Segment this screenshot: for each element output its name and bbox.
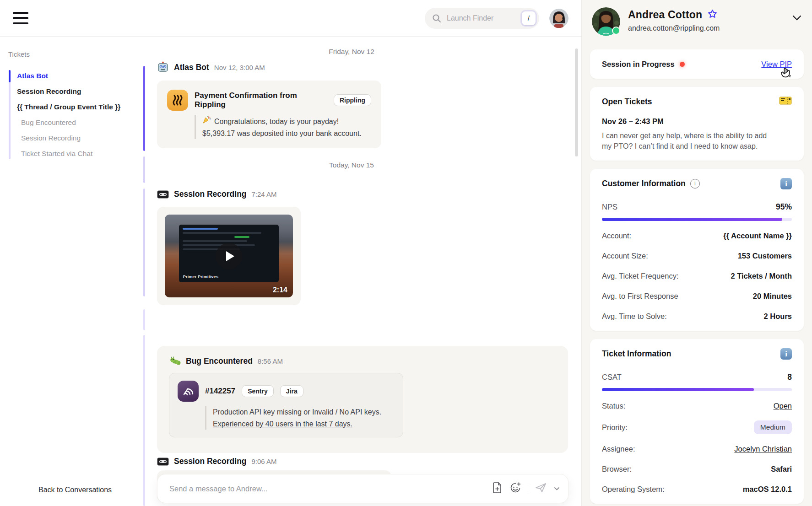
bug-card-body: Production API key missing or Invalid / …: [205, 406, 395, 430]
play-icon: [226, 251, 234, 261]
thread-rail-segment: [143, 66, 145, 151]
message-time: 8:56 AM: [258, 357, 283, 365]
payment-line-1: Congratulations, today is your payday!: [214, 116, 339, 128]
support-app: / Tickets Atlas Bot Session Recordin: [0, 0, 812, 506]
message-sender: Bug Encountered: [186, 356, 253, 366]
sidebar-item-bug-encountered[interactable]: Bug Encountered: [17, 115, 143, 130]
tickets-sidebar: Tickets Atlas Bot Session Recording {{ T…: [0, 37, 143, 506]
nps-progress-track: [602, 218, 792, 221]
ticket-row-os: Operating System: macOS 12.0.1: [602, 484, 792, 495]
party-popper-emoji-icon: [202, 115, 211, 128]
jira-badge[interactable]: Jira: [280, 385, 303, 397]
ticket-emoji-icon: [779, 96, 792, 107]
sidebar-rail: [9, 70, 11, 159]
send-message-icon[interactable]: [535, 482, 547, 495]
sidebar-item-session-recording[interactable]: Session Recording: [17, 84, 143, 99]
collapse-panel-chevron-icon[interactable]: [792, 7, 802, 23]
open-tickets-title: Open Tickets: [602, 97, 652, 107]
csat-progress-track: [602, 388, 792, 391]
thread-rail-segment: [143, 309, 145, 330]
search-icon: [432, 14, 441, 23]
rippling-badge: Rippling: [334, 94, 371, 106]
hamburger-menu-button[interactable]: [13, 12, 28, 24]
emoji-picker-icon[interactable]: [509, 482, 521, 495]
sidebar-item-atlas-bot[interactable]: Atlas Bot: [17, 68, 143, 84]
online-status-dot: [612, 27, 620, 35]
csat-progress-fill: [602, 388, 754, 391]
sentry-issue-card: #142257 Sentry Jira Production API key m…: [169, 373, 403, 437]
favorite-star-icon[interactable]: [707, 9, 718, 21]
csat-value: 8: [787, 372, 792, 382]
send-options-chevron-icon[interactable]: [554, 484, 560, 493]
chat-thread: Friday, Nov 12 Atlas Bot Nov 12, 3:00 AM: [143, 37, 581, 506]
ticket-row-browser: Browser: Safari: [602, 463, 792, 474]
play-button[interactable]: [216, 243, 242, 269]
recording-dot-icon: [680, 62, 685, 67]
nps-value: 95%: [776, 202, 792, 212]
assignee-link[interactable]: Jocelyn Christian: [734, 445, 792, 453]
vhs-emoji-icon: [157, 190, 169, 199]
info-row-first-response: Avg. to First Response 20 Minutes: [602, 291, 792, 301]
customer-avatar: [592, 7, 620, 36]
nps-label: NPS: [602, 203, 617, 211]
bug-encountered-group: Bug Encountered 8:56 AM #142257 Sentry J…: [157, 346, 568, 453]
ticket-row-assignee: Assignee: Jocelyn Christian: [602, 443, 792, 454]
message-header-bug: Bug Encountered 8:56 AM: [169, 356, 556, 366]
ticket-list: Atlas Bot Session Recording {{ Thread / …: [9, 68, 143, 161]
sidebar-item-ticket-started[interactable]: Ticket Started via Chat: [17, 146, 143, 161]
mouse-cursor-artifact: [780, 67, 792, 81]
message-time: 9:06 AM: [252, 458, 277, 465]
message-input[interactable]: [168, 484, 492, 494]
thread-rail-segment: [143, 156, 145, 183]
ticket-information-card: Ticket Information i CSAT 8 Status: Open…: [590, 339, 804, 504]
agent-avatar[interactable]: [549, 9, 568, 28]
customer-header: Andrea Cotton andrea.cotton@rippling.com: [590, 6, 804, 37]
sidebar-item-session-recording-2[interactable]: Session Recording: [17, 130, 143, 146]
sentry-logo-icon: [178, 381, 199, 402]
session-in-progress-card: Session in Progress View PIP: [590, 49, 804, 79]
nps-progress-fill: [602, 218, 782, 221]
robot-emoji-icon: [157, 61, 169, 73]
csat-label: CSAT: [602, 373, 622, 382]
priority-badge: Medium: [754, 420, 792, 434]
message-header-atlas-bot: Atlas Bot Nov 12, 3:00 AM: [157, 61, 265, 73]
date-divider: Friday, Nov 12: [143, 48, 560, 56]
sidebar-section-label: Tickets: [8, 50, 143, 58]
sidebar-item-thread-title[interactable]: {{ Thread / Group Event Title }}: [17, 99, 143, 115]
status-open-link[interactable]: Open: [774, 402, 792, 410]
bug-line-1: Production API key missing or Invalid / …: [213, 406, 395, 418]
sentry-badge[interactable]: Sentry: [242, 385, 274, 397]
session-recording-card[interactable]: Primer Primitives 2:14: [157, 207, 301, 305]
video-thumbnail: Primer Primitives 2:14: [165, 215, 293, 297]
experienced-by-link[interactable]: Experienced by 40 users in the last 7 da…: [213, 420, 352, 428]
info-row-time-to-solve: Avg. Time to Solve: 2 Hours: [602, 311, 792, 322]
customer-info-title: Customer Information: [602, 179, 686, 188]
message-header-session-recording: Session Recording 7:24 AM: [157, 189, 277, 199]
chat-scrollbar[interactable]: [575, 48, 578, 156]
customer-name: Andrea Cotton: [628, 9, 702, 21]
video-caption: Primer Primitives: [183, 275, 218, 279]
message-sender: Session Recording: [174, 189, 247, 199]
composer-divider: [528, 484, 528, 494]
message-time: Nov 12, 3:00 AM: [214, 64, 265, 71]
info-emoji-icon: i: [780, 348, 792, 360]
active-indicator: [9, 70, 11, 82]
ticket-row-status: Status: Open: [602, 400, 792, 411]
ticket-info-title: Ticket Information: [602, 349, 671, 359]
thread-rail-segment: [143, 335, 145, 506]
payment-card-title: Payment Confirmation from Rippling: [195, 91, 327, 109]
vhs-emoji-icon: [157, 457, 169, 466]
open-tickets-card: Open Tickets Nov 26 – 2:43 PM I can neve…: [590, 87, 804, 161]
ticket-row-priority: Priority: Medium: [602, 420, 792, 434]
open-ticket-timestamp: Nov 26 – 2:43 PM: [602, 117, 792, 126]
attach-file-icon[interactable]: [492, 482, 503, 495]
info-tooltip-icon[interactable]: i: [690, 179, 700, 188]
video-duration: 2:14: [273, 286, 287, 294]
search-input[interactable]: [446, 14, 517, 23]
bug-ticket-id: #142257: [205, 387, 235, 396]
launch-finder-search[interactable]: /: [425, 8, 539, 29]
payment-card-body: Congratulations, today is your payday! $…: [195, 115, 371, 139]
message-composer[interactable]: [157, 474, 568, 503]
info-emoji-icon: i: [780, 178, 792, 189]
back-to-conversations-link[interactable]: Back to Conversations: [38, 486, 112, 494]
